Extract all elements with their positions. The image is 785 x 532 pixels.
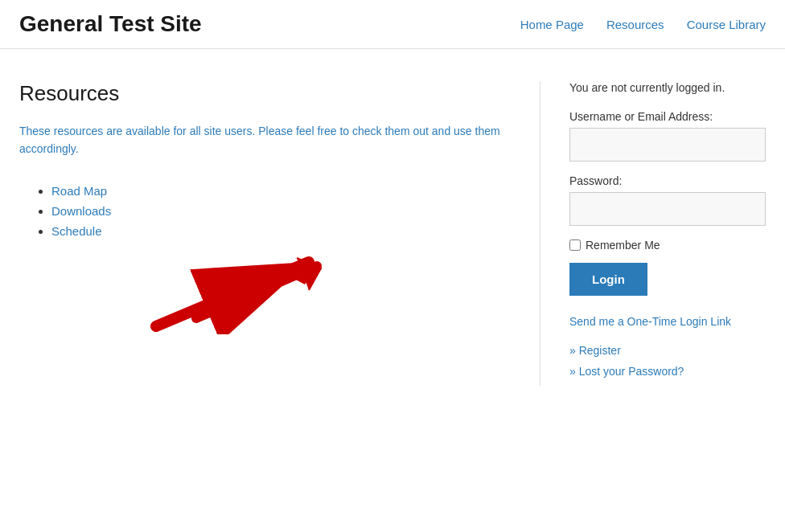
- nav-course-library[interactable]: Course Library: [687, 18, 766, 31]
- remember-me-checkbox[interactable]: [569, 239, 581, 251]
- nav-resources[interactable]: Resources: [606, 18, 664, 31]
- site-title: General Test Site: [19, 11, 202, 37]
- downloads-link[interactable]: Downloads: [51, 204, 111, 218]
- red-arrow-icon-main: [148, 254, 325, 334]
- sidebar: You are not currently logged in. Usernam…: [540, 81, 766, 386]
- one-time-login-link[interactable]: Send me a One-Time Login Link: [569, 315, 766, 328]
- content-area: Resources These resources are available …: [19, 81, 540, 386]
- header: General Test Site Home Page Resources Co…: [0, 0, 785, 49]
- sidebar-links-bottom: » Register » Lost your Password?: [569, 344, 766, 378]
- main-container: Resources These resources are available …: [0, 49, 785, 418]
- username-input[interactable]: [569, 128, 766, 162]
- password-input[interactable]: [569, 192, 766, 226]
- page-description: These resources are available for all si…: [19, 122, 508, 158]
- username-label: Username or Email Address:: [569, 110, 766, 123]
- password-group: Password:: [569, 174, 766, 226]
- username-group: Username or Email Address:: [569, 110, 766, 162]
- not-logged-in-text: You are not currently logged in.: [569, 81, 766, 94]
- password-label: Password:: [569, 174, 766, 187]
- page-heading: Resources: [19, 81, 508, 106]
- login-button[interactable]: Login: [569, 263, 647, 296]
- lost-password-link[interactable]: » Lost your Password?: [569, 365, 766, 378]
- list-item: Downloads: [51, 204, 508, 218]
- road-map-link[interactable]: Road Map: [51, 184, 107, 198]
- svg-line-4: [156, 262, 309, 326]
- remember-me-group: Remember Me: [569, 239, 766, 252]
- list-item: Road Map: [51, 184, 508, 198]
- list-item: Schedule: [51, 224, 508, 238]
- register-link[interactable]: » Register: [569, 344, 766, 357]
- schedule-link[interactable]: Schedule: [51, 224, 102, 238]
- arrow-annotation: [19, 254, 508, 350]
- remember-me-label: Remember Me: [586, 239, 660, 252]
- nav-home[interactable]: Home Page: [520, 18, 584, 31]
- resources-list: Road Map Downloads Schedule: [19, 184, 508, 238]
- main-nav: Home Page Resources Course Library: [520, 18, 766, 31]
